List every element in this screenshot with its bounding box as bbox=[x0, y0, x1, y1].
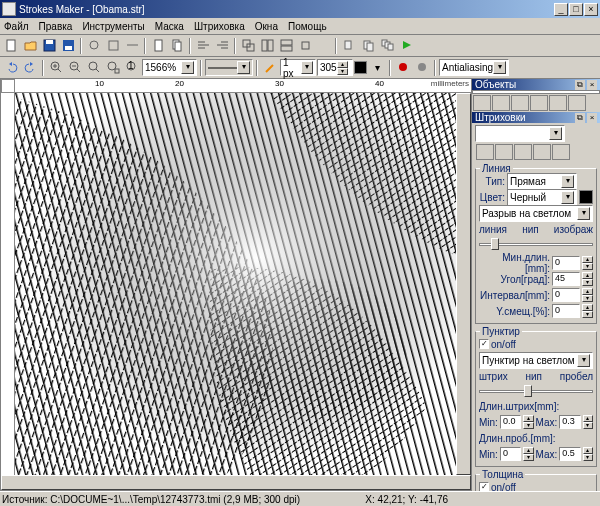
cascade-button[interactable] bbox=[239, 37, 257, 55]
width-enable-checkbox[interactable]: ✓ bbox=[479, 482, 489, 491]
menu-tools[interactable]: Инструменты bbox=[82, 21, 144, 32]
maximize-button[interactable]: □ bbox=[569, 3, 583, 16]
toggle1-button[interactable] bbox=[85, 37, 103, 55]
menu-mask[interactable]: Маска bbox=[155, 21, 184, 32]
horizontal-scrollbar[interactable] bbox=[1, 475, 471, 490]
align-left-button[interactable] bbox=[194, 37, 212, 55]
obj-tab-4[interactable] bbox=[530, 95, 548, 111]
obj-tab-3[interactable] bbox=[511, 95, 529, 111]
dash-mode-combo[interactable]: Пунктир на светлом▾ bbox=[479, 352, 593, 369]
menu-windows[interactable]: Окна bbox=[255, 21, 278, 32]
viewport[interactable] bbox=[15, 93, 456, 475]
strokes-btn-2[interactable] bbox=[583, 126, 597, 140]
save-button[interactable] bbox=[40, 37, 58, 55]
dash-enable-checkbox[interactable]: ✓ bbox=[479, 339, 489, 349]
line-type-opt-button[interactable] bbox=[579, 174, 593, 188]
tile-button[interactable] bbox=[258, 37, 276, 55]
str-tab-1[interactable] bbox=[476, 144, 494, 160]
aa-combo[interactable]: Antialiasing▾ bbox=[439, 59, 509, 76]
zoom-fit-button[interactable] bbox=[85, 59, 103, 77]
stack-button[interactable] bbox=[277, 37, 295, 55]
horizontal-ruler[interactable]: 10 20 30 40 millimeters bbox=[15, 79, 471, 93]
stroke-width-combo[interactable]: 1 px▾ bbox=[280, 59, 316, 76]
generic-combo[interactable]: 305▴▾ bbox=[317, 59, 353, 76]
dash-max-input[interactable]: 0.3 bbox=[559, 415, 580, 429]
fg-color-swatch[interactable] bbox=[354, 61, 367, 74]
strokes-panel-title[interactable]: Штриховки ⧉× bbox=[472, 112, 600, 123]
new-button[interactable] bbox=[2, 37, 20, 55]
right-panels: Объекты ⧉× 👁✎⊞ CLOTHES👁✎⊞ BACK👁✎⊞ HAIRS👁… bbox=[472, 79, 600, 491]
stop-button[interactable] bbox=[413, 59, 431, 77]
menu-help[interactable]: Помощь bbox=[288, 21, 327, 32]
open-button[interactable] bbox=[21, 37, 39, 55]
page2-button[interactable] bbox=[168, 37, 186, 55]
menu-hatch[interactable]: Штриховка bbox=[194, 21, 245, 32]
strokes-preset-combo[interactable]: ▾ bbox=[475, 125, 565, 142]
page1-button[interactable] bbox=[149, 37, 167, 55]
vertical-scrollbar[interactable] bbox=[456, 93, 471, 475]
svg-rect-4 bbox=[65, 46, 72, 50]
line-type-combo[interactable]: Прямая▾ bbox=[507, 173, 577, 190]
dash-min-input[interactable]: 0.0 bbox=[500, 415, 521, 429]
align-right-button[interactable] bbox=[213, 37, 231, 55]
swap-color-button[interactable]: ▾ bbox=[368, 59, 386, 77]
strokes-btn-1[interactable] bbox=[567, 126, 581, 140]
zoom-combo[interactable]: 1566%▾ bbox=[142, 59, 197, 76]
svg-rect-7 bbox=[155, 40, 162, 51]
yoff-input[interactable]: 0 bbox=[552, 304, 580, 318]
gap-max-input[interactable]: 0.5 bbox=[559, 447, 580, 461]
panel-close-icon[interactable]: × bbox=[587, 80, 597, 90]
menu-bar: Файл Правка Инструменты Маска Штриховка … bbox=[0, 18, 600, 35]
zoom-sel-button[interactable] bbox=[104, 59, 122, 77]
zoom-1-1-button[interactable]: 1 bbox=[123, 59, 141, 77]
line-gapmode-combo[interactable]: Разрыв на светлом▾ bbox=[479, 205, 593, 222]
minimize-button[interactable]: _ bbox=[554, 3, 568, 16]
gap-min-input[interactable]: 0 bbox=[500, 447, 521, 461]
svg-rect-14 bbox=[281, 40, 292, 45]
zoom-out-button[interactable] bbox=[66, 59, 84, 77]
wand-button[interactable] bbox=[261, 59, 279, 77]
undo-button[interactable] bbox=[2, 59, 20, 77]
clone2-button[interactable] bbox=[359, 37, 377, 55]
record-button[interactable] bbox=[394, 59, 412, 77]
redo-button[interactable] bbox=[21, 59, 39, 77]
svg-text:1: 1 bbox=[128, 61, 134, 71]
obj-tab-1[interactable] bbox=[473, 95, 491, 111]
zoom-in-button[interactable] bbox=[47, 59, 65, 77]
clone3-button[interactable] bbox=[378, 37, 396, 55]
svg-rect-9 bbox=[175, 42, 181, 51]
str-tab-3[interactable] bbox=[514, 144, 532, 160]
linestyle-combo[interactable]: ▾ bbox=[205, 59, 253, 76]
close-button[interactable]: × bbox=[584, 3, 598, 16]
svg-rect-17 bbox=[345, 41, 351, 49]
line-color-combo[interactable]: Черный▾ bbox=[507, 189, 577, 206]
menu-edit[interactable]: Правка bbox=[39, 21, 73, 32]
svg-rect-6 bbox=[109, 41, 118, 50]
menu-file[interactable]: Файл bbox=[4, 21, 29, 32]
vertical-ruler[interactable] bbox=[1, 93, 15, 475]
str-tab-5[interactable] bbox=[552, 144, 570, 160]
saveas-button[interactable] bbox=[59, 37, 77, 55]
clone1-button[interactable] bbox=[340, 37, 358, 55]
play-button[interactable] bbox=[397, 37, 415, 55]
toggle3-button[interactable] bbox=[123, 37, 141, 55]
angle-input[interactable]: 45 bbox=[552, 272, 580, 286]
svg-rect-19 bbox=[367, 43, 373, 51]
obj-tab-2[interactable] bbox=[492, 95, 510, 111]
dash-slider[interactable] bbox=[479, 384, 593, 398]
obj-tab-5[interactable] bbox=[549, 95, 567, 111]
interval-input[interactable]: 0 bbox=[552, 288, 580, 302]
panel-collapse-icon[interactable]: ⧉ bbox=[575, 80, 585, 90]
window-controls: _ □ × bbox=[554, 3, 598, 16]
str-tab-2[interactable] bbox=[495, 144, 513, 160]
str-tab-4[interactable] bbox=[533, 144, 551, 160]
line-gap-slider[interactable] bbox=[479, 237, 593, 251]
objects-panel-title[interactable]: Объекты ⧉× bbox=[472, 79, 600, 90]
svg-rect-0 bbox=[7, 40, 15, 51]
toggle2-button[interactable] bbox=[104, 37, 122, 55]
svg-point-25 bbox=[89, 62, 97, 70]
obj-tab-6[interactable] bbox=[568, 95, 586, 111]
center-button[interactable] bbox=[296, 37, 314, 55]
line-color-swatch[interactable] bbox=[579, 190, 593, 204]
minlen-input[interactable]: 0 bbox=[552, 256, 580, 270]
